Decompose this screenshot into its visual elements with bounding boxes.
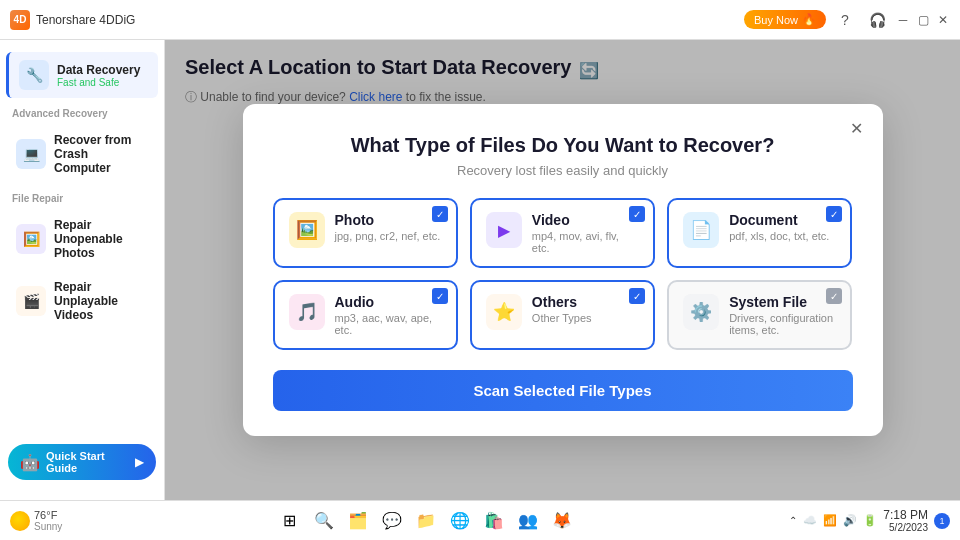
video-name: Video [532, 212, 639, 228]
sidebar-item-crash-computer[interactable]: 💻 Recover from CrashComputer [6, 125, 158, 183]
audio-exts: mp3, aac, wav, ape, etc. [335, 312, 442, 336]
title-actions: Buy Now 🔥 ? 🎧 ─ ▢ ✕ [744, 7, 950, 33]
close-button[interactable]: ✕ [936, 13, 950, 27]
modal-dialog: ✕ What Type of Files Do You Want to Reco… [243, 104, 883, 436]
taskbar-weather: 76°F Sunny [10, 509, 62, 532]
arrow-right-icon: ▶ [135, 455, 144, 469]
chat-taskbar-button[interactable]: 💬 [378, 507, 406, 535]
robot-icon: 🤖 [20, 453, 40, 472]
teams-button[interactable]: 👥 [514, 507, 542, 535]
file-types-grid: ✓ 🖼️ Photo jpg, png, cr2, nef, etc. ✓ ▶ … [273, 198, 853, 350]
crash-computer-icon: 💻 [16, 139, 46, 169]
fire-icon: 🔥 [802, 13, 816, 26]
others-check: ✓ [629, 288, 645, 304]
notification-badge[interactable]: 1 [934, 513, 950, 529]
quick-start-guide-button[interactable]: 🤖 Quick Start Guide ▶ [8, 444, 156, 480]
weather-desc: Sunny [34, 521, 62, 532]
taskbar-center: ⊞ 🔍 🗂️ 💬 📁 🌐 🛍️ 👥 🦊 [62, 507, 789, 535]
clock-time: 7:18 PM [883, 508, 928, 522]
cloud-icon: ☁️ [803, 514, 817, 527]
data-recovery-icon: 🔧 [19, 60, 49, 90]
edge-button[interactable]: 🌐 [446, 507, 474, 535]
buy-now-button[interactable]: Buy Now 🔥 [744, 10, 826, 29]
wifi-icon: 📶 [823, 514, 837, 527]
modal-backdrop: ✕ What Type of Files Do You Want to Reco… [165, 40, 960, 500]
others-icon: ⭐ [486, 294, 522, 330]
photo-exts: jpg, png, cr2, nef, etc. [335, 230, 441, 242]
weather-icon [10, 511, 30, 531]
maximize-button[interactable]: ▢ [916, 13, 930, 27]
video-check: ✓ [629, 206, 645, 222]
up-arrow-icon[interactable]: ⌃ [789, 515, 797, 526]
task-view-button[interactable]: 🗂️ [344, 507, 372, 535]
help-icon[interactable]: ? [832, 7, 858, 33]
audio-name: Audio [335, 294, 442, 310]
explorer-button[interactable]: 📁 [412, 507, 440, 535]
audio-icon: 🎵 [289, 294, 325, 330]
video-icon: ▶ [486, 212, 522, 248]
file-type-audio[interactable]: ✓ 🎵 Audio mp3, aac, wav, ape, etc. [273, 280, 458, 350]
modal-title: What Type of Files Do You Want to Recove… [273, 134, 853, 157]
title-bar: 4D Tenorshare 4DDiG Buy Now 🔥 ? 🎧 ─ ▢ ✕ [0, 0, 960, 40]
repair-photos-icon: 🖼️ [16, 224, 46, 254]
others-exts: Other Types [532, 312, 592, 324]
sidebar-item-data-recovery[interactable]: 🔧 Data Recovery Fast and Safe [6, 52, 158, 98]
sidebar: 🔧 Data Recovery Fast and Safe Advanced R… [0, 40, 165, 500]
system-icon: ⚙️ [683, 294, 719, 330]
sidebar-item-repair-videos[interactable]: 🎬 Repair UnplayableVideos [6, 272, 158, 330]
scan-selected-button[interactable]: Scan Selected File Types [273, 370, 853, 411]
store-button[interactable]: 🛍️ [480, 507, 508, 535]
system-check: ✓ [826, 288, 842, 304]
taskbar: 76°F Sunny ⊞ 🔍 🗂️ 💬 📁 🌐 🛍️ 👥 🦊 ⌃ ☁️ 📶 🔊 … [0, 500, 960, 540]
file-repair-section: File Repair [0, 185, 164, 208]
file-type-video[interactable]: ✓ ▶ Video mp4, mov, avi, flv, etc. [470, 198, 655, 268]
document-check: ✓ [826, 206, 842, 222]
file-type-system[interactable]: ✓ ⚙️ System File Drivers, configuration … [667, 280, 852, 350]
modal-subtitle: Recovery lost files easily and quickly [273, 163, 853, 178]
quick-start-label: Quick Start Guide [46, 450, 129, 474]
advanced-recovery-section: Advanced Recovery [0, 100, 164, 123]
file-type-document[interactable]: ✓ 📄 Document pdf, xls, doc, txt, etc. [667, 198, 852, 268]
file-type-photo[interactable]: ✓ 🖼️ Photo jpg, png, cr2, nef, etc. [273, 198, 458, 268]
sidebar-item-title: Data Recovery [57, 63, 140, 77]
temperature: 76°F [34, 509, 62, 521]
start-button[interactable]: ⊞ [276, 507, 304, 535]
battery-icon: 🔋 [863, 514, 877, 527]
taskbar-right: ⌃ ☁️ 📶 🔊 🔋 7:18 PM 5/2/2023 1 [789, 508, 950, 533]
photo-name: Photo [335, 212, 441, 228]
others-name: Others [532, 294, 592, 310]
audio-check: ✓ [432, 288, 448, 304]
system-name: System File [729, 294, 836, 310]
file-type-others[interactable]: ✓ ⭐ Others Other Types [470, 280, 655, 350]
repair-videos-label: Repair UnplayableVideos [54, 280, 148, 322]
sidebar-item-subtitle: Fast and Safe [57, 77, 140, 88]
sidebar-item-repair-photos[interactable]: 🖼️ Repair UnopenablePhotos [6, 210, 158, 268]
app-name: Tenorshare 4DDiG [36, 13, 744, 27]
headphone-icon[interactable]: 🎧 [864, 7, 890, 33]
video-exts: mp4, mov, avi, flv, etc. [532, 230, 639, 254]
search-taskbar-button[interactable]: 🔍 [310, 507, 338, 535]
system-exts: Drivers, configuration items, etc. [729, 312, 836, 336]
clock-date: 5/2/2023 [883, 522, 928, 533]
minimize-button[interactable]: ─ [896, 13, 910, 27]
app-logo: 4D [10, 10, 30, 30]
document-icon: 📄 [683, 212, 719, 248]
photo-check: ✓ [432, 206, 448, 222]
app9-button[interactable]: 🦊 [548, 507, 576, 535]
taskbar-clock: 7:18 PM 5/2/2023 [883, 508, 928, 533]
crash-item-label: Recover from CrashComputer [54, 133, 148, 175]
app-layout: 🔧 Data Recovery Fast and Safe Advanced R… [0, 40, 960, 500]
document-exts: pdf, xls, doc, txt, etc. [729, 230, 829, 242]
document-name: Document [729, 212, 829, 228]
modal-close-button[interactable]: ✕ [845, 116, 869, 140]
repair-photos-label: Repair UnopenablePhotos [54, 218, 148, 260]
photo-icon: 🖼️ [289, 212, 325, 248]
main-content: Select A Location to Start Data Recovery… [165, 40, 960, 500]
repair-videos-icon: 🎬 [16, 286, 46, 316]
volume-icon[interactable]: 🔊 [843, 514, 857, 527]
